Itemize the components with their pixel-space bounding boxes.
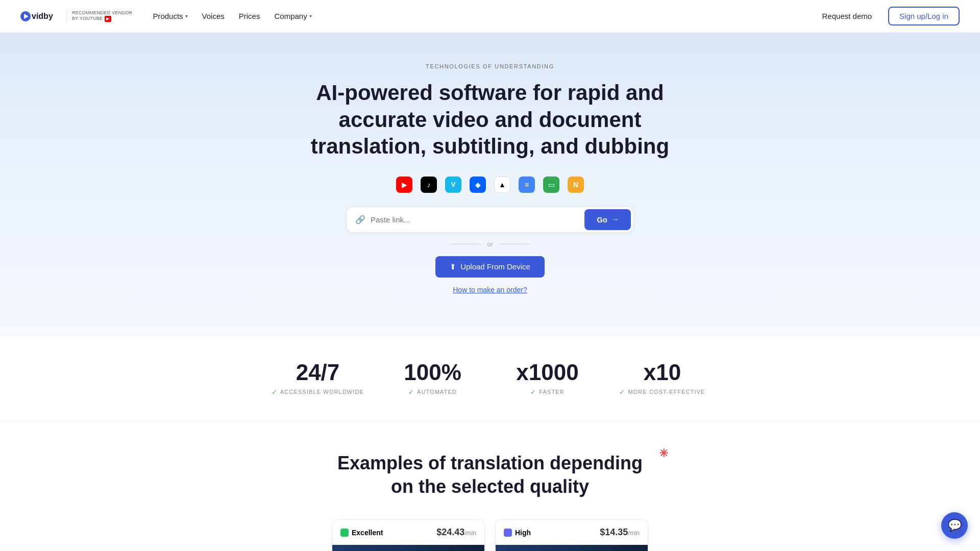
stat-label-x10: MORE COST-EFFECTIVE [628,389,705,395]
signup-button[interactable]: Sign up/Log in [888,7,960,26]
check-icon-x1000: ✓ [530,388,536,396]
notion-icon[interactable]: N [568,177,584,193]
check-icon-247: ✓ [272,388,277,396]
tiktok-icon[interactable]: ♪ [421,177,437,193]
search-bar: 🔗 Go → [347,207,633,232]
hero-section: TECHNOLOGIES OF UNDERSTANDING AI-powered… [0,33,980,335]
stats-section: 24/7 ✓ ACCESSIBLE WORLDWIDE 100% ✓ AUTOM… [0,335,980,421]
stat-247: 24/7 ✓ ACCESSIBLE WORLDWIDE [260,360,375,396]
navbar: vidby RECOMMENDED VENDOR BY YOUTUBE ▶ Pr… [0,0,980,33]
youtube-icon[interactable]: ▶ [396,177,412,193]
nav-right: Request demo Sign up/Log in [814,7,960,26]
stat-label-x1000: FASTER [539,389,564,395]
stat-label-100: AUTOMATED [417,389,457,395]
upload-icon: ⬆ [450,262,456,271]
request-demo-button[interactable]: Request demo [814,8,880,24]
badge-dot-excellent [340,529,349,537]
price-high: $14.35/min [600,527,640,538]
examples-section: Examples of translation depending on the… [0,421,980,552]
svg-text:vidby: vidby [32,12,53,20]
hero-eyebrow: TECHNOLOGIES OF UNDERSTANDING [10,63,970,69]
badge-dot-high [504,529,512,537]
google-docs-icon[interactable]: ≡ [519,177,535,193]
logo[interactable]: vidby [20,9,61,23]
products-menu[interactable]: Products ▾ [153,12,187,20]
video-preview-high [496,545,648,551]
google-drive-icon[interactable]: ▲ [494,177,510,193]
stat-number-x10: x10 [605,360,720,385]
company-menu[interactable]: Company ▾ [274,12,311,20]
examples-title: Examples of translation depending on the… [337,452,643,499]
or-line-right [499,244,530,244]
paste-link-input[interactable] [371,210,584,229]
voices-link[interactable]: Voices [202,12,225,20]
recommended-badge: RECOMMENDED VENDOR BY YOUTUBE ▶ [66,10,132,21]
card-high: High $14.35/min [495,519,648,551]
chat-widget[interactable]: 💬 [941,512,968,539]
chat-icon: 💬 [948,519,962,532]
check-icon-100: ✓ [408,388,414,396]
company-chevron: ▾ [309,13,312,19]
dropbox-icon[interactable]: ◆ [470,177,486,193]
check-icon-x10: ✓ [619,388,625,396]
stat-number-x1000: x1000 [490,360,605,385]
video-preview-excellent [332,545,484,551]
upload-from-device-button[interactable]: ⬆ Upload From Device [435,256,545,278]
stats-inner: 24/7 ✓ ACCESSIBLE WORLDWIDE 100% ✓ AUTOM… [260,360,720,396]
yt-badge: ▶ [105,16,111,22]
platform-icons: ▶ ♪ V ◆ ▲ ≡ ▭ N [10,177,970,193]
hero-title: AI-powered software for rapid and accura… [296,80,684,160]
stat-label-247: ACCESSIBLE WORLDWIDE [280,389,364,395]
card-excellent: Excellent $24.43/min [332,519,485,551]
nav-left: vidby RECOMMENDED VENDOR BY YOUTUBE ▶ Pr… [20,9,312,23]
stat-number-247: 24/7 [260,360,375,385]
nav-links: Products ▾ Voices Prices Company ▾ [153,12,311,20]
stat-x10: x10 ✓ MORE COST-EFFECTIVE [605,360,720,396]
price-excellent: $24.43/min [436,527,476,538]
vimeo-icon[interactable]: V [445,177,461,193]
or-line-left [450,244,481,244]
how-to-order-link[interactable]: How to make an order? [10,286,970,294]
logo-wrap: vidby RECOMMENDED VENDOR BY YOUTUBE ▶ [20,9,132,23]
arrow-right-icon: → [611,215,619,223]
quality-badge-high: High [504,529,531,537]
link-icon: 🔗 [355,215,365,224]
go-button[interactable]: Go → [584,209,631,230]
stat-x1000: x1000 ✓ FASTER [490,360,605,396]
spark-icon: ✳ [659,446,668,461]
or-divider: or [10,240,970,248]
stat-number-100: 100% [375,360,490,385]
quality-badge-excellent: Excellent [340,529,383,537]
stat-100: 100% ✓ AUTOMATED [375,360,490,396]
products-chevron: ▾ [185,13,188,19]
quality-cards: Excellent $24.43/min High $14.35/min [240,519,740,551]
prices-link[interactable]: Prices [239,12,260,20]
google-slides-icon[interactable]: ▭ [543,177,559,193]
